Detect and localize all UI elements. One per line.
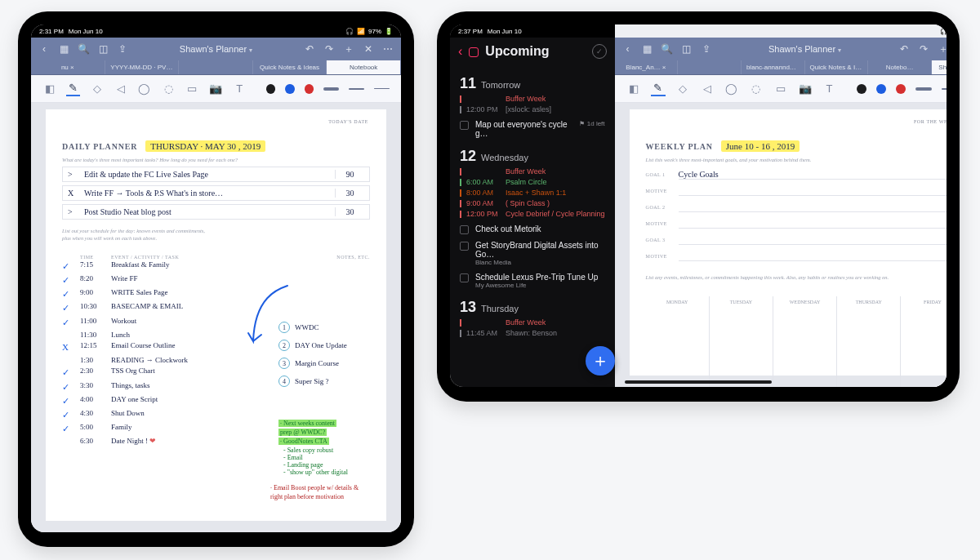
- image-tool-icon[interactable]: ▭: [185, 82, 199, 96]
- color-red[interactable]: [896, 84, 906, 94]
- calendar-event: 6:00 AMPsalm Circle: [460, 178, 605, 186]
- more-icon[interactable]: ⋯: [381, 42, 394, 56]
- tab[interactable]: Shawn's Planner: [932, 60, 947, 74]
- add-icon[interactable]: ＋: [937, 42, 947, 56]
- text-tool-icon[interactable]: T: [233, 82, 247, 96]
- tab[interactable]: nu ×: [31, 60, 105, 74]
- goal-row: GOAL 2: [646, 202, 947, 212]
- home-indicator[interactable]: [625, 380, 772, 384]
- grid-icon[interactable]: ▦: [641, 42, 654, 56]
- stroke-medium[interactable]: [349, 85, 364, 93]
- headphones-icon: [345, 28, 354, 35]
- tab[interactable]: [179, 60, 253, 74]
- todo-item[interactable]: Map out everyone's cycle g…1d left: [460, 120, 605, 138]
- color-blue[interactable]: [876, 84, 886, 94]
- calendar-event: Buffer Week: [460, 95, 605, 103]
- day-header: 11Tomorrow: [460, 75, 605, 92]
- battery-icon: [385, 28, 393, 35]
- redo-icon[interactable]: ↷: [323, 42, 336, 56]
- text-tool-icon[interactable]: T: [822, 82, 837, 96]
- document-tabs: nu × YYYY-MM-DD · PV… Quick Notes & Idea…: [31, 60, 401, 75]
- undo-icon[interactable]: ↶: [303, 42, 316, 56]
- shape-tool-icon[interactable]: ◯: [724, 82, 739, 96]
- todo-item[interactable]: Check out Metorik: [460, 224, 605, 234]
- pen-tool-icon[interactable]: ✎: [66, 82, 80, 96]
- task-row: >Edit & update the FC Live Sales Page90: [62, 167, 370, 182]
- lasso-tool-icon[interactable]: ◌: [749, 82, 764, 96]
- highlighted-date: June 10 - 16 , 2019: [721, 140, 800, 152]
- stroke-thick[interactable]: [915, 85, 932, 93]
- calendar-event: 12:00 PM[xslock: asles]: [460, 105, 605, 113]
- app-toolbar: ‹ ▦ 🔍 ◫ ⇪ Shawn's Planner ▾ ↶ ↷ ＋ ✕ ⋯: [615, 38, 947, 60]
- share-icon[interactable]: ⇪: [700, 42, 713, 56]
- tab[interactable]: YYYY-MM-DD · PV…: [105, 60, 180, 74]
- status-time: 2:31 PM: [39, 28, 64, 35]
- back-icon[interactable]: ‹: [621, 42, 635, 56]
- camera-tool-icon[interactable]: 📷: [209, 82, 223, 96]
- viewer-icon[interactable]: ◧: [626, 82, 641, 96]
- calendar-event: Buffer Week: [460, 318, 605, 327]
- notes-column: 1WWDC2DAY One Update3Margin Course4Super…: [278, 322, 368, 393]
- week-day-column: THURSDAY: [837, 296, 901, 387]
- schedule-row: ✓7:15Breakfast & Family: [62, 260, 370, 273]
- status-bar: 2:31 PM Mon Jun 10 97%: [31, 24, 401, 38]
- stroke-thick[interactable]: [323, 85, 339, 93]
- undo-icon[interactable]: ↶: [898, 42, 911, 56]
- note-item: 2DAY One Update: [278, 340, 368, 351]
- add-todo-button[interactable]: ＋: [586, 346, 615, 376]
- share-icon[interactable]: ⇪: [116, 42, 129, 56]
- tab[interactable]: blanc-annanndden…: [742, 60, 805, 74]
- tab[interactable]: Blanc_An… ×: [615, 60, 679, 74]
- bookmark-icon[interactable]: ◫: [96, 42, 109, 56]
- pen-tool-icon[interactable]: ✎: [651, 82, 666, 96]
- tools-icon[interactable]: ✕: [362, 42, 375, 56]
- weekly-plan-page[interactable]: FOR THE WEEK OF WEEKLY PLAN June 10 - 16…: [630, 109, 947, 376]
- back-icon[interactable]: ‹: [38, 42, 51, 56]
- week-day-column: FRIDAY: [901, 296, 947, 387]
- doc-title[interactable]: Shawn's Planner ▾: [136, 44, 296, 54]
- stroke-thin[interactable]: [374, 85, 390, 93]
- things-app: 2:37 PM Mon Jun 10 ‹ Upcoming ✓ 11Tomorr…: [450, 24, 615, 387]
- status-date: Mon Jun 10: [488, 28, 522, 35]
- bookmark-icon[interactable]: ◫: [680, 42, 693, 56]
- planner-page[interactable]: TODAY'S DATE DAILY PLANNER THURSDAY · MA…: [46, 109, 386, 521]
- tab[interactable]: Quick Notes & Ideas: [253, 60, 327, 74]
- search-icon[interactable]: 🔍: [77, 42, 90, 56]
- tab[interactable]: Quick Notes & Ideas: [805, 60, 869, 74]
- red-notes: · Email Boost people w/ details & right …: [270, 484, 368, 501]
- eraser-tool-icon[interactable]: ◇: [90, 82, 104, 96]
- schedule-row: ✓10:30BASECAMP & EMAIL: [62, 301, 370, 315]
- color-blue[interactable]: [285, 84, 294, 94]
- doc-title[interactable]: Shawn's Planner ▾: [719, 44, 891, 54]
- color-black[interactable]: [266, 84, 275, 94]
- shape-tool-icon[interactable]: ◯: [137, 82, 151, 96]
- todo-item[interactable]: Get StoryBrand Digital Assets into Go…Bl…: [460, 241, 605, 266]
- green-notes: · Next weeks content prep @ WWDC? · Good…: [278, 420, 368, 476]
- ipad-right: 2:37 PM Mon Jun 10 ‹ Upcoming ✓ 11Tomorr…: [437, 11, 960, 402]
- grid-icon[interactable]: ▦: [57, 42, 70, 56]
- todo-item[interactable]: Schedule Lexus Pre-Trip Tune UpMy Awesom…: [460, 273, 605, 289]
- search-icon[interactable]: 🔍: [661, 42, 674, 56]
- things-title: Upcoming: [485, 44, 549, 59]
- camera-tool-icon[interactable]: 📷: [798, 82, 813, 96]
- sync-icon[interactable]: ✓: [592, 44, 607, 59]
- stroke-medium[interactable]: [942, 85, 947, 93]
- redo-icon[interactable]: ↷: [917, 42, 930, 56]
- task-row: >Post Studio Neat blog post30: [62, 204, 370, 220]
- lasso-tool-icon[interactable]: ◌: [161, 82, 175, 96]
- color-red[interactable]: [305, 84, 314, 94]
- eraser-tool-icon[interactable]: ◇: [675, 82, 690, 96]
- highlighter-tool-icon[interactable]: ◁: [700, 82, 715, 96]
- image-tool-icon[interactable]: ▭: [773, 82, 788, 96]
- color-black[interactable]: [857, 84, 866, 94]
- week-day-column: TUESDAY: [710, 296, 773, 387]
- week-grid: MONDAYTUESDAYWEDNESDAYTHURSDAYFRIDAY: [646, 296, 947, 387]
- tab[interactable]: [678, 60, 742, 74]
- calendar-event: 9:00 AM( Spin Class ): [460, 199, 605, 207]
- highlighter-tool-icon[interactable]: ◁: [114, 82, 127, 96]
- add-icon[interactable]: ＋: [342, 42, 355, 56]
- tab[interactable]: Notebo…: [868, 60, 932, 74]
- viewer-icon[interactable]: ◧: [42, 82, 56, 96]
- tab[interactable]: Notebook: [327, 60, 401, 74]
- back-icon[interactable]: ‹: [458, 44, 462, 59]
